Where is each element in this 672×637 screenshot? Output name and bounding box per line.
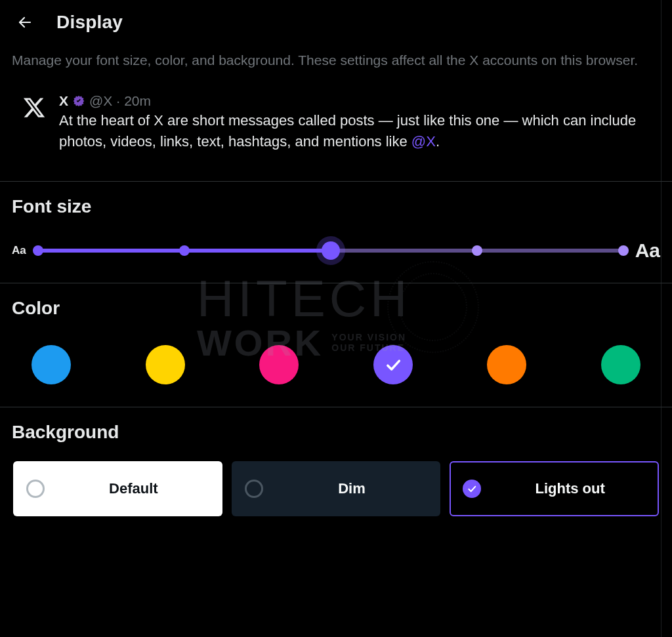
font-size-label-small: Aa	[12, 244, 26, 257]
post-body: At the heart of X are short messages cal…	[59, 110, 637, 152]
check-icon	[467, 483, 477, 494]
color-blue[interactable]	[32, 345, 71, 384]
radio-icon	[26, 480, 45, 498]
post-header: X @X · 20m	[59, 93, 637, 109]
font-size-slider-row: Aa Aa	[12, 236, 660, 266]
radio-selected-icon	[463, 480, 481, 498]
color-options	[12, 337, 660, 390]
background-dim-label: Dim	[276, 480, 428, 497]
font-size-section: Font size Aa Aa	[0, 182, 672, 283]
check-icon	[384, 356, 402, 374]
page-description: Manage your font size, color, and backgr…	[0, 51, 672, 84]
x-logo-icon	[22, 96, 46, 119]
sample-post: X @X · 20m At the heart of X are short m…	[12, 84, 660, 165]
post-text-post: .	[436, 133, 440, 150]
post-mention[interactable]: @X	[411, 133, 436, 150]
slider-step-3[interactable]	[322, 241, 340, 260]
post-author-handle: @X	[89, 93, 112, 109]
font-size-label-large: Aa	[635, 239, 660, 262]
color-title: Color	[12, 298, 660, 319]
font-size-slider[interactable]	[38, 242, 623, 259]
color-purple[interactable]	[373, 345, 413, 384]
background-options: Default Dim Lights out	[12, 461, 660, 516]
page-title: Display	[56, 12, 123, 33]
back-arrow-icon	[17, 14, 33, 30]
background-dim[interactable]: Dim	[232, 461, 441, 516]
color-pink[interactable]	[259, 345, 299, 384]
post-text-pre: At the heart of X are short messages cal…	[59, 112, 636, 150]
scroll-track	[661, 0, 662, 637]
slider-step-1[interactable]	[33, 245, 43, 256]
post-content: X @X · 20m At the heart of X are short m…	[59, 93, 637, 152]
slider-step-2[interactable]	[179, 245, 190, 256]
slider-step-5[interactable]	[618, 245, 629, 256]
font-size-title: Font size	[12, 196, 660, 217]
page-header: Display	[0, 0, 672, 51]
post-author-name: X	[59, 93, 68, 109]
color-green[interactable]	[601, 345, 640, 384]
background-lights-out-label: Lights out	[494, 480, 646, 497]
back-button[interactable]	[12, 9, 38, 35]
color-yellow[interactable]	[146, 345, 185, 384]
slider-step-4[interactable]	[472, 245, 482, 256]
background-default-label: Default	[58, 480, 209, 497]
background-title: Background	[12, 422, 660, 443]
color-section: Color	[0, 283, 672, 407]
verified-badge-icon	[72, 94, 85, 108]
avatar	[20, 93, 49, 122]
radio-icon	[245, 480, 263, 498]
post-separator: ·	[116, 93, 120, 109]
background-default[interactable]: Default	[13, 461, 222, 516]
background-lights-out[interactable]: Lights out	[450, 461, 659, 516]
post-timestamp: 20m	[124, 93, 151, 109]
background-section: Background Default Dim Lights out	[0, 407, 672, 533]
color-orange[interactable]	[487, 345, 526, 384]
